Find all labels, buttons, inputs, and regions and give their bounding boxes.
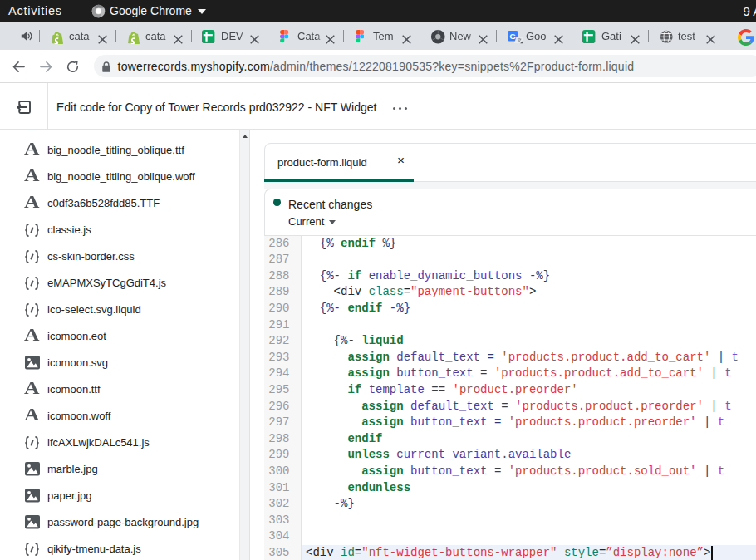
svg-text:G: G [509, 31, 515, 40]
